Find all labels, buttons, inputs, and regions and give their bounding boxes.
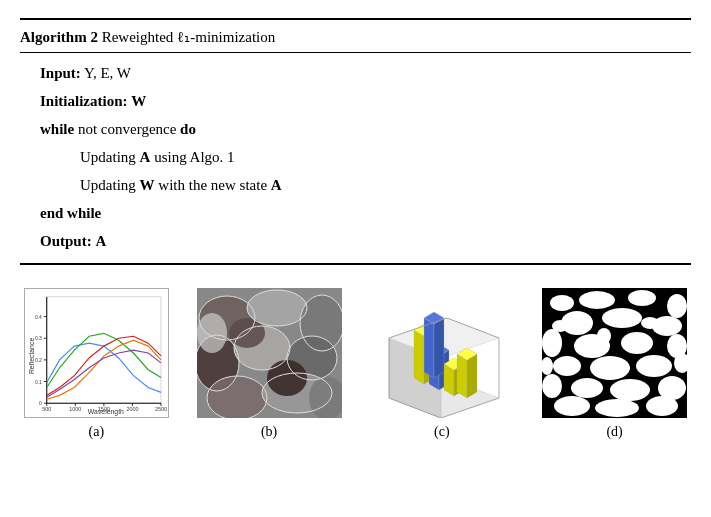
step1-rest: using Algo. 1 bbox=[150, 149, 234, 165]
svg-point-74 bbox=[579, 291, 615, 309]
algorithm-box: Algorithm 2 Reweighted ℓ₁-minimization I… bbox=[20, 18, 691, 265]
svg-point-96 bbox=[597, 328, 611, 344]
step2-rest: with the new state bbox=[155, 177, 271, 193]
svg-text:2500: 2500 bbox=[155, 406, 167, 412]
algo-output-line: Output: A bbox=[20, 227, 691, 255]
figure-b-image bbox=[197, 288, 342, 418]
svg-marker-60 bbox=[424, 318, 434, 378]
algo-input-line: Input: Y, E, W bbox=[20, 59, 691, 87]
while-keyword: while bbox=[40, 121, 74, 137]
figure-b-label: (b) bbox=[261, 424, 277, 440]
svg-point-86 bbox=[636, 355, 672, 377]
figure-a-label: (a) bbox=[89, 424, 105, 440]
svg-point-89 bbox=[610, 379, 650, 401]
svg-text:0.2: 0.2 bbox=[35, 358, 42, 363]
figure-a-image: Reflectance Wavelength 500 1000 1500 200… bbox=[24, 288, 169, 418]
svg-text:Reflectance: Reflectance bbox=[28, 338, 35, 374]
svg-point-95 bbox=[641, 317, 659, 329]
input-keyword: Input: bbox=[40, 65, 81, 81]
input-vars: Y, E, W bbox=[84, 65, 131, 81]
svg-point-92 bbox=[595, 399, 639, 417]
figures-row: Reflectance Wavelength 500 1000 1500 200… bbox=[10, 283, 701, 440]
algo-description: Reweighted ℓ₁-minimization bbox=[102, 29, 276, 45]
svg-text:1500: 1500 bbox=[98, 406, 110, 412]
svg-point-82 bbox=[621, 332, 653, 354]
figure-c-image bbox=[369, 288, 514, 418]
step2-var: W bbox=[140, 177, 155, 193]
svg-point-85 bbox=[590, 356, 630, 380]
svg-point-94 bbox=[552, 320, 568, 332]
init-keyword: Initialization: bbox=[40, 93, 128, 109]
svg-point-75 bbox=[628, 290, 656, 306]
algo-init-line: Initialization: W bbox=[20, 87, 691, 115]
svg-marker-64 bbox=[467, 354, 477, 398]
svg-point-91 bbox=[554, 396, 590, 416]
figure-a-container: Reflectance Wavelength 500 1000 1500 200… bbox=[16, 288, 176, 440]
end-while-text: end while bbox=[40, 205, 101, 221]
step1-text: Updating bbox=[80, 149, 140, 165]
svg-rect-3 bbox=[47, 297, 161, 403]
algo-endwhile-line: end while bbox=[20, 199, 691, 227]
figure-c-label: (c) bbox=[434, 424, 450, 440]
init-vars: W bbox=[131, 93, 146, 109]
while-condition: not convergence bbox=[78, 121, 180, 137]
step1-var: A bbox=[140, 149, 151, 165]
algo-number: Algorithm 2 bbox=[20, 29, 98, 45]
algo-step2-line: Updating W with the new state A bbox=[20, 171, 691, 199]
svg-marker-63 bbox=[457, 354, 467, 398]
figure-d-label: (d) bbox=[606, 424, 622, 440]
figure-d-container: (d) bbox=[535, 288, 695, 440]
svg-point-76 bbox=[667, 294, 687, 318]
svg-point-87 bbox=[542, 374, 562, 398]
svg-point-80 bbox=[542, 329, 562, 357]
svg-text:500: 500 bbox=[42, 406, 51, 412]
svg-text:2000: 2000 bbox=[126, 406, 138, 412]
step2-text: Updating bbox=[80, 177, 140, 193]
svg-point-93 bbox=[646, 396, 678, 416]
svg-point-73 bbox=[550, 295, 574, 311]
svg-point-84 bbox=[553, 356, 581, 376]
svg-point-38 bbox=[197, 313, 227, 353]
do-keyword: do bbox=[180, 121, 196, 137]
output-keyword: Output: bbox=[40, 233, 92, 249]
svg-text:1000: 1000 bbox=[69, 406, 81, 412]
figure-d-image bbox=[542, 288, 687, 418]
svg-marker-51 bbox=[414, 330, 424, 384]
step2-var2: A bbox=[271, 177, 282, 193]
svg-marker-61 bbox=[434, 318, 444, 378]
algorithm-title: Algorithm 2 Reweighted ℓ₁-minimization bbox=[20, 28, 691, 53]
output-var: A bbox=[95, 233, 106, 249]
figure-c-container: (c) bbox=[362, 288, 522, 440]
algo-while-line: while not convergence do bbox=[20, 115, 691, 143]
svg-text:0.3: 0.3 bbox=[35, 336, 42, 341]
svg-text:0.1: 0.1 bbox=[35, 380, 42, 385]
svg-text:0: 0 bbox=[39, 401, 42, 406]
figure-b-container: (b) bbox=[189, 288, 349, 440]
algo-step1-line: Updating A using Algo. 1 bbox=[20, 143, 691, 171]
svg-text:0.4: 0.4 bbox=[35, 315, 42, 320]
svg-point-78 bbox=[602, 308, 642, 328]
svg-point-88 bbox=[571, 378, 603, 398]
